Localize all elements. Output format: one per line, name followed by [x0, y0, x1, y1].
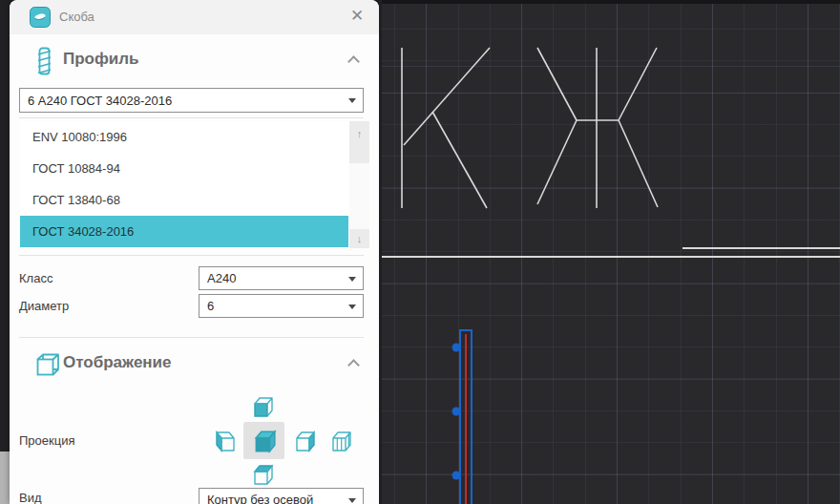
drawing-line[interactable] [619, 120, 658, 207]
projection-bottom-button[interactable] [248, 461, 277, 488]
list-item-selected[interactable]: ГОСТ 34028-2016 [20, 216, 348, 247]
dropdown-arrow-icon [348, 498, 356, 503]
close-icon[interactable]: ✕ [346, 6, 368, 27]
projection-wireframe-button[interactable] [326, 428, 355, 454]
window-edge-strip-bottom [0, 452, 10, 504]
diameter-label: Диаметр [19, 299, 69, 313]
drawing-line[interactable] [404, 48, 490, 145]
cube-top-icon [251, 395, 274, 418]
window-edge-strip [0, 0, 10, 504]
section-header-display[interactable]: Отображение [10, 347, 379, 386]
drawing-line[interactable] [537, 120, 577, 204]
renga-logo-icon [30, 7, 51, 28]
drawing-line[interactable] [432, 112, 487, 208]
grip-point[interactable] [452, 472, 461, 480]
view-combobox-value: Контур без осевой [207, 493, 313, 504]
panel-title: Скоба [59, 10, 94, 24]
diameter-combobox-value: 6 [207, 299, 214, 313]
separator [19, 117, 364, 118]
cube-right-icon [293, 430, 316, 452]
projection-top-button[interactable] [248, 393, 277, 420]
chevron-up-icon[interactable] [347, 359, 360, 371]
grip-point[interactable] [452, 408, 461, 416]
projection-label: Проекция [19, 433, 74, 448]
dropdown-arrow-icon [348, 98, 356, 103]
class-combobox[interactable]: А240 [199, 266, 364, 290]
projection-right-button[interactable] [290, 428, 319, 454]
profile-combobox[interactable]: 6 А240 ГОСТ 34028-2016 [19, 88, 364, 113]
grip-point[interactable] [452, 344, 461, 352]
section-header-profile[interactable]: Профиль [10, 44, 379, 82]
skoba-properties-panel: Скоба ✕ Профиль 6 А240 ГОСТ 34028-2016 E… [10, 0, 379, 504]
section-title-display: Отображение [63, 353, 172, 372]
cube-wireframe-icon [329, 430, 352, 452]
view-label: Вид [19, 491, 42, 504]
list-item[interactable]: ГОСТ 10884-94 [20, 153, 348, 184]
projection-left-button[interactable] [212, 428, 241, 454]
cube-left-icon [215, 430, 238, 452]
scroll-down-icon[interactable]: ↓ [349, 229, 369, 248]
list-item[interactable]: ENV 10080:1996 [20, 121, 348, 153]
dropdown-arrow-icon [348, 304, 356, 309]
drawing-line[interactable] [619, 48, 657, 120]
standards-list: ENV 10080:1996 ГОСТ 10884-94 ГОСТ 13840-… [20, 121, 369, 248]
drawing-layer[interactable] [382, 0, 840, 504]
drawing-line[interactable] [537, 48, 577, 120]
profile-combobox-value: 6 А240 ГОСТ 34028-2016 [28, 94, 172, 108]
display-cube-icon [34, 351, 61, 382]
section-title-profile: Профиль [63, 50, 139, 69]
chevron-up-icon[interactable] [347, 55, 360, 68]
view-combobox[interactable]: Контур без осевой [199, 488, 364, 504]
drawing-canvas[interactable] [379, 0, 840, 504]
separator [19, 255, 364, 256]
projection-front-button[interactable] [243, 422, 284, 459]
rebar-profile-icon [32, 46, 55, 80]
list-item[interactable]: ГОСТ 13840-68 [20, 184, 348, 216]
class-label: Класс [19, 271, 52, 285]
cube-bottom-icon [251, 463, 274, 486]
list-scrollbar[interactable]: ↑ ↓ [349, 121, 369, 248]
separator [19, 337, 364, 338]
class-combobox-value: А240 [207, 271, 236, 285]
dropdown-arrow-icon [348, 277, 356, 282]
scroll-up-icon[interactable]: ↑ [349, 121, 369, 163]
diameter-combobox[interactable]: 6 [199, 294, 364, 318]
panel-titlebar[interactable]: Скоба ✕ [10, 0, 379, 34]
cube-front-icon [252, 429, 277, 453]
